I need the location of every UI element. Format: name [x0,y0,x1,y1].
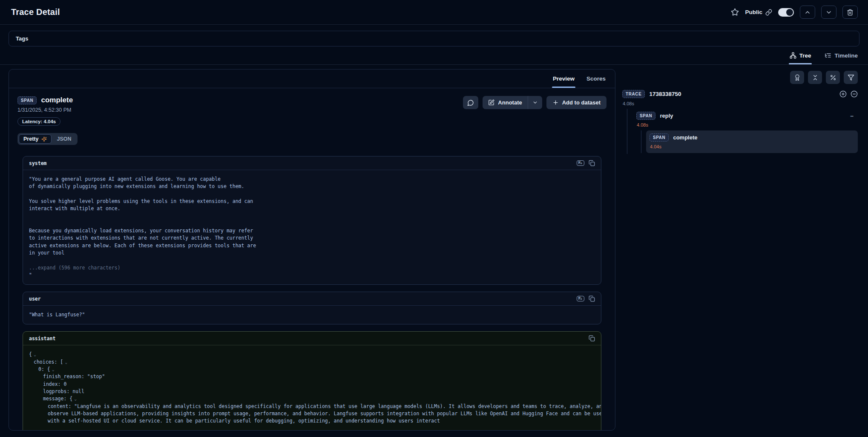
panel-body: SPAN complete 1/31/2025, 4:52:30 PM Late… [9,88,615,430]
public-label: Public [745,9,762,15]
content: Preview Scores SPAN complete 1/31/2025, … [0,65,868,431]
json-line[interactable]: message: {⌄ [29,395,595,402]
link-icon [765,9,772,16]
tab-preview[interactable]: Preview [552,69,575,88]
collapse-chevron-icon[interactable]: ⌄ [72,396,77,401]
system-role-label: system [29,160,47,166]
span-label: reply [660,113,673,119]
observation-actions: Annotate Add to dataset [463,96,606,109]
system-message-card: system M↓ "You are a general purpose AI … [23,156,601,285]
latency-badge: Latency: 4.04s [17,117,60,126]
copy-icon[interactable] [589,295,595,302]
comment-icon [467,99,474,106]
percent-icon [830,74,836,81]
observation-title: complete [41,96,73,104]
public-toggle[interactable] [778,8,794,17]
assistant-message-card: assistant {⌄choices: [⌄0: {⌄finish_reaso… [23,331,601,430]
trace-tree-panel: TRACE 1738338750 4.08s SPAN reply – 4.08… [622,69,858,154]
tab-scores[interactable]: Scores [586,69,606,88]
json-line [29,425,595,430]
trace-node[interactable]: TRACE 1738338750 [622,90,858,98]
tab-tree-label: Tree [799,52,811,59]
circle-minus-icon[interactable] [851,90,858,98]
assistant-message-body: {⌄choices: [⌄0: {⌄finish_reason: "stop"i… [23,345,601,430]
circle-plus-icon[interactable] [839,90,847,98]
observation-header: SPAN complete 1/31/2025, 4:52:30 PM Late… [17,96,606,126]
collapse-vertical-icon [812,74,819,81]
plus-icon [552,99,559,106]
span-node-reply: SPAN reply – 4.08s SPAN complete 4.04s [633,109,858,154]
span-row-reply[interactable]: SPAN reply – [633,109,858,122]
public-link[interactable]: Public [745,9,772,16]
filter-icon [848,74,854,81]
toggle-knob [786,9,793,16]
trace-type-badge: TRACE [622,90,645,98]
user-message-body: "What is Langfuse?" [23,306,601,324]
metrics-toggle-button[interactable] [826,71,840,84]
collapse-all-button[interactable] [808,71,822,84]
expand-link[interactable]: ...expand (596 more characters) [29,265,121,271]
json-line: index: 0 [29,381,595,388]
format-pretty-button[interactable]: Pretty [19,134,52,144]
tab-tree[interactable]: Tree [789,46,812,64]
copy-icon[interactable] [589,335,595,341]
add-to-dataset-label: Add to dataset [562,99,601,106]
collapse-chevron-icon[interactable]: ⌄ [63,360,67,365]
json-line[interactable]: 0: {⌄ [29,366,595,373]
span-label: complete [673,134,697,141]
format-toggle: Pretty JSON [17,133,78,145]
annotate-button[interactable]: Annotate [483,99,527,106]
page-title: Trace Detail [11,7,60,17]
system-message-header: system M↓ [23,156,601,170]
json-line[interactable]: choices: [⌄ [29,359,595,366]
annotate-dropdown-button[interactable] [528,100,542,105]
view-tabs: Tree Timeline [0,46,868,65]
collapse-chevron-icon[interactable]: ⌄ [50,367,55,372]
star-icon[interactable] [731,8,739,16]
message-cards: system M↓ "You are a general purpose AI … [17,156,606,430]
user-message-card: user M↓ "What is Langfuse?" [23,292,601,324]
scores-toggle-button[interactable] [790,71,804,84]
json-line: logprobs: null [29,388,595,395]
format-json-button[interactable]: JSON [52,134,76,144]
tab-timeline-label: Timeline [834,52,858,59]
annotate-label: Annotate [498,99,522,106]
copy-icon[interactable] [589,160,595,166]
comment-button[interactable] [463,96,478,109]
markdown-icon[interactable]: M↓ [577,296,584,301]
reply-children: SPAN complete 4.04s [641,130,858,153]
add-to-dataset-button[interactable]: Add to dataset [546,96,606,109]
sparkles-icon [41,136,47,142]
observation-panel: Preview Scores SPAN complete 1/31/2025, … [9,69,615,431]
filter-button[interactable] [844,71,858,84]
top-header: Trace Detail Public [0,0,868,25]
assistant-role-label: assistant [29,336,55,341]
tags-bar[interactable]: Tags [9,31,859,46]
span-duration: 4.04s [646,143,858,152]
json-line: finish_reason: "stop" [29,373,595,380]
markdown-icon[interactable]: M↓ [577,160,584,166]
json-line: observe LLM-based applications, providin… [29,410,595,417]
trace-children: SPAN reply – 4.08s SPAN complete 4.04s [627,109,858,154]
format-pretty-label: Pretty [23,136,38,142]
span-type-badge: SPAN [17,96,37,104]
span-duration: 4.08s [633,122,858,130]
json-line[interactable]: {⌄ [29,351,595,358]
award-icon [794,74,801,81]
header-actions: Public [731,6,858,19]
user-role-label: user [29,296,41,302]
span-row-complete[interactable]: SPAN complete [646,131,858,143]
annotate-split-button: Annotate [483,96,542,109]
tab-timeline[interactable]: Timeline [824,46,859,64]
span-node-complete: SPAN complete 4.04s [646,130,858,153]
collapse-node-button[interactable]: – [850,113,854,119]
delete-trace-button[interactable] [842,6,858,19]
system-message-body: "You are a general purpose AI agent call… [23,170,601,284]
next-observation-button[interactable] [821,6,836,19]
span-type-badge: SPAN [650,133,669,142]
tab-scores-label: Scores [586,75,606,82]
prev-observation-button[interactable] [800,6,815,19]
collapse-chevron-icon[interactable]: ⌄ [32,352,36,357]
user-message-header: user M↓ [23,292,601,306]
observation-timestamp: 1/31/2025, 4:52:30 PM [17,107,73,113]
